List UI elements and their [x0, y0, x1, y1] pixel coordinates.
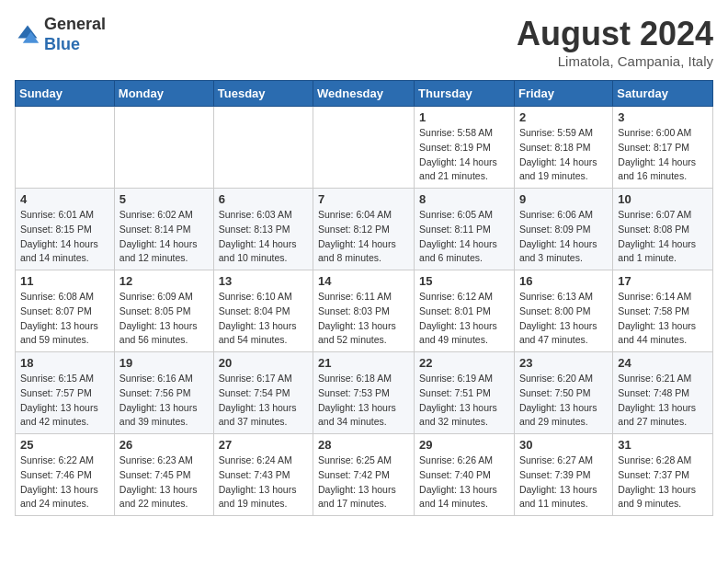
day-number: 1 — [419, 110, 509, 124]
day-number: 28 — [318, 438, 409, 452]
day-info: Sunrise: 6:07 AM Sunset: 8:08 PM Dayligh… — [618, 208, 708, 266]
header-day-wednesday: Wednesday — [313, 81, 415, 107]
week-row-5: 25Sunrise: 6:22 AM Sunset: 7:46 PM Dayli… — [16, 434, 713, 516]
day-info: Sunrise: 6:06 AM Sunset: 8:09 PM Dayligh… — [519, 208, 608, 266]
day-info: Sunrise: 6:26 AM Sunset: 7:40 PM Dayligh… — [419, 454, 509, 511]
calendar-cell — [213, 107, 313, 189]
day-info: Sunrise: 5:59 AM Sunset: 8:18 PM Dayligh… — [519, 126, 608, 184]
calendar-cell: 13Sunrise: 6:10 AM Sunset: 8:04 PM Dayli… — [213, 270, 313, 352]
calendar-cell: 15Sunrise: 6:12 AM Sunset: 8:01 PM Dayli… — [415, 270, 515, 352]
header-day-monday: Monday — [114, 81, 213, 107]
calendar-cell: 11Sunrise: 6:08 AM Sunset: 8:07 PM Dayli… — [16, 270, 115, 352]
day-number: 26 — [119, 438, 209, 452]
day-info: Sunrise: 6:03 AM Sunset: 8:13 PM Dayligh… — [219, 208, 308, 266]
logo-blue-text: Blue — [44, 35, 80, 53]
day-number: 21 — [318, 356, 409, 370]
day-info: Sunrise: 6:23 AM Sunset: 7:45 PM Dayligh… — [119, 454, 209, 511]
calendar-cell: 22Sunrise: 6:19 AM Sunset: 7:51 PM Dayli… — [415, 352, 515, 434]
day-info: Sunrise: 5:58 AM Sunset: 8:19 PM Dayligh… — [419, 126, 509, 184]
logo: General Blue — [15, 15, 106, 54]
calendar-cell: 2Sunrise: 5:59 AM Sunset: 8:18 PM Daylig… — [514, 107, 612, 189]
header-day-tuesday: Tuesday — [213, 81, 313, 107]
calendar-cell: 19Sunrise: 6:16 AM Sunset: 7:56 PM Dayli… — [114, 352, 213, 434]
calendar-cell: 16Sunrise: 6:13 AM Sunset: 8:00 PM Dayli… — [514, 270, 612, 352]
day-number: 18 — [20, 356, 109, 370]
header-day-friday: Friday — [514, 81, 612, 107]
header-day-thursday: Thursday — [415, 81, 515, 107]
location-text: Limatola, Campania, Italy — [517, 53, 713, 69]
day-info: Sunrise: 6:17 AM Sunset: 7:54 PM Dayligh… — [219, 372, 308, 430]
day-info: Sunrise: 6:21 AM Sunset: 7:48 PM Dayligh… — [618, 372, 708, 430]
day-info: Sunrise: 6:05 AM Sunset: 8:11 PM Dayligh… — [419, 208, 509, 266]
day-info: Sunrise: 6:04 AM Sunset: 8:12 PM Dayligh… — [318, 208, 409, 266]
day-number: 19 — [119, 356, 209, 370]
day-info: Sunrise: 6:16 AM Sunset: 7:56 PM Dayligh… — [119, 372, 209, 430]
week-row-3: 11Sunrise: 6:08 AM Sunset: 8:07 PM Dayli… — [16, 270, 713, 352]
day-number: 3 — [618, 110, 708, 124]
day-info: Sunrise: 6:27 AM Sunset: 7:39 PM Dayligh… — [519, 454, 608, 511]
calendar-cell — [114, 107, 213, 189]
day-number: 23 — [519, 356, 608, 370]
week-row-4: 18Sunrise: 6:15 AM Sunset: 7:57 PM Dayli… — [16, 352, 713, 434]
day-number: 17 — [618, 274, 708, 288]
month-title: August 2024 — [517, 15, 713, 53]
calendar-cell: 20Sunrise: 6:17 AM Sunset: 7:54 PM Dayli… — [213, 352, 313, 434]
header-day-saturday: Saturday — [613, 81, 713, 107]
calendar-cell: 10Sunrise: 6:07 AM Sunset: 8:08 PM Dayli… — [613, 189, 713, 270]
day-number: 22 — [419, 356, 509, 370]
calendar-cell: 12Sunrise: 6:09 AM Sunset: 8:05 PM Dayli… — [114, 270, 213, 352]
day-info: Sunrise: 6:10 AM Sunset: 8:04 PM Dayligh… — [219, 290, 308, 348]
day-number: 16 — [519, 274, 608, 288]
day-info: Sunrise: 6:19 AM Sunset: 7:51 PM Dayligh… — [419, 372, 509, 430]
day-info: Sunrise: 6:24 AM Sunset: 7:43 PM Dayligh… — [219, 454, 308, 511]
day-number: 14 — [318, 274, 409, 288]
calendar-cell: 23Sunrise: 6:20 AM Sunset: 7:50 PM Dayli… — [514, 352, 612, 434]
calendar-cell — [16, 107, 115, 189]
calendar-cell: 1Sunrise: 5:58 AM Sunset: 8:19 PM Daylig… — [415, 107, 515, 189]
calendar-cell: 27Sunrise: 6:24 AM Sunset: 7:43 PM Dayli… — [213, 434, 313, 516]
day-info: Sunrise: 6:00 AM Sunset: 8:17 PM Dayligh… — [618, 126, 708, 184]
day-info: Sunrise: 6:13 AM Sunset: 8:00 PM Dayligh… — [519, 290, 608, 348]
day-info: Sunrise: 6:14 AM Sunset: 7:58 PM Dayligh… — [618, 290, 708, 348]
day-number: 7 — [318, 192, 409, 206]
day-info: Sunrise: 6:15 AM Sunset: 7:57 PM Dayligh… — [20, 372, 109, 430]
day-number: 13 — [219, 274, 308, 288]
day-number: 8 — [419, 192, 509, 206]
day-info: Sunrise: 6:12 AM Sunset: 8:01 PM Dayligh… — [419, 290, 509, 348]
logo-icon — [15, 22, 40, 48]
calendar-cell: 8Sunrise: 6:05 AM Sunset: 8:11 PM Daylig… — [415, 189, 515, 270]
page-header: General Blue August 2024 Limatola, Campa… — [15, 15, 713, 69]
calendar-cell: 5Sunrise: 6:02 AM Sunset: 8:14 PM Daylig… — [114, 189, 213, 270]
day-info: Sunrise: 6:28 AM Sunset: 7:37 PM Dayligh… — [618, 454, 708, 511]
calendar-cell: 26Sunrise: 6:23 AM Sunset: 7:45 PM Dayli… — [114, 434, 213, 516]
day-number: 9 — [519, 192, 608, 206]
calendar-cell: 9Sunrise: 6:06 AM Sunset: 8:09 PM Daylig… — [514, 189, 612, 270]
day-number: 2 — [519, 110, 608, 124]
calendar-cell: 7Sunrise: 6:04 AM Sunset: 8:12 PM Daylig… — [313, 189, 415, 270]
title-area: August 2024 Limatola, Campania, Italy — [517, 15, 713, 69]
day-number: 24 — [618, 356, 708, 370]
header-row: SundayMondayTuesdayWednesdayThursdayFrid… — [16, 81, 713, 107]
week-row-2: 4Sunrise: 6:01 AM Sunset: 8:15 PM Daylig… — [16, 189, 713, 270]
day-number: 12 — [119, 274, 209, 288]
day-info: Sunrise: 6:25 AM Sunset: 7:42 PM Dayligh… — [318, 454, 409, 511]
day-number: 29 — [419, 438, 509, 452]
calendar-cell: 25Sunrise: 6:22 AM Sunset: 7:46 PM Dayli… — [16, 434, 115, 516]
day-number: 5 — [119, 192, 209, 206]
day-number: 20 — [219, 356, 308, 370]
day-number: 27 — [219, 438, 308, 452]
calendar-header: SundayMondayTuesdayWednesdayThursdayFrid… — [16, 81, 713, 107]
calendar-cell: 18Sunrise: 6:15 AM Sunset: 7:57 PM Dayli… — [16, 352, 115, 434]
day-number: 4 — [20, 192, 109, 206]
calendar-cell: 28Sunrise: 6:25 AM Sunset: 7:42 PM Dayli… — [313, 434, 415, 516]
day-info: Sunrise: 6:18 AM Sunset: 7:53 PM Dayligh… — [318, 372, 409, 430]
calendar-cell — [313, 107, 415, 189]
day-info: Sunrise: 6:22 AM Sunset: 7:46 PM Dayligh… — [20, 454, 109, 511]
calendar-cell: 24Sunrise: 6:21 AM Sunset: 7:48 PM Dayli… — [613, 352, 713, 434]
calendar-cell: 30Sunrise: 6:27 AM Sunset: 7:39 PM Dayli… — [514, 434, 612, 516]
calendar-body: 1Sunrise: 5:58 AM Sunset: 8:19 PM Daylig… — [16, 107, 713, 516]
day-number: 25 — [20, 438, 109, 452]
calendar-cell: 31Sunrise: 6:28 AM Sunset: 7:37 PM Dayli… — [613, 434, 713, 516]
calendar-table: SundayMondayTuesdayWednesdayThursdayFrid… — [15, 80, 713, 516]
header-day-sunday: Sunday — [16, 81, 115, 107]
